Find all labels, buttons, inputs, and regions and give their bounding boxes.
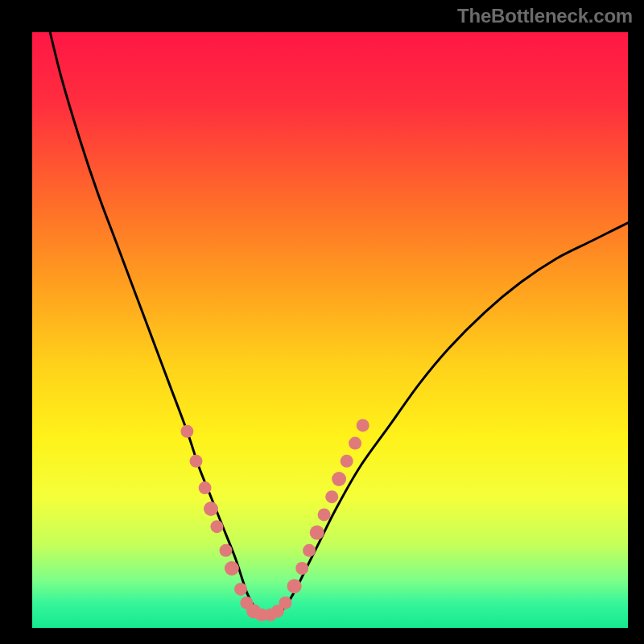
curve-marker (225, 561, 239, 576)
curve-marker (279, 597, 292, 609)
chart-svg (32, 32, 628, 628)
watermark-text: TheBottleneck.com (457, 5, 633, 27)
curve-marker (303, 544, 316, 557)
curve-marker (332, 472, 346, 486)
curve-marker (318, 508, 331, 521)
curve-marker (234, 583, 247, 596)
curve-marker (180, 425, 193, 438)
curve-marker (210, 520, 223, 533)
curve-marker (199, 481, 212, 494)
curve-marker (325, 490, 338, 503)
curve-marker (190, 455, 203, 468)
chart-frame: TheBottleneck.com (0, 0, 644, 644)
curve-marker (204, 502, 218, 516)
curve-marker (220, 544, 233, 557)
curve-marker (341, 455, 353, 468)
curve-marker (310, 526, 324, 540)
curve-marker (357, 419, 369, 431)
gradient-background (32, 32, 628, 628)
curve-marker (349, 437, 361, 450)
curve-marker (295, 562, 308, 575)
curve-marker (287, 579, 302, 593)
plot-area (32, 32, 628, 628)
